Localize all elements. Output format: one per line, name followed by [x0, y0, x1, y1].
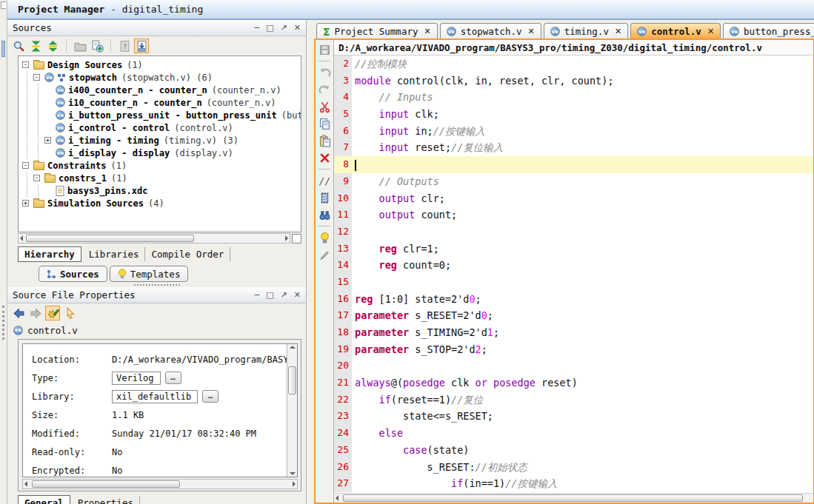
- code-text: reg clr=1;: [352, 241, 813, 258]
- open-file-icon[interactable]: [73, 38, 87, 53]
- tab-close-icon[interactable]: ✕: [615, 27, 621, 36]
- ellipsis-button[interactable]: …: [165, 372, 181, 384]
- tree-item[interactable]: vei10_counter_n - counter_n(counter_n.v): [19, 96, 301, 109]
- tab-properties[interactable]: Properties: [72, 496, 140, 504]
- ellipsis-button[interactable]: …: [202, 390, 218, 403]
- save-icon[interactable]: [317, 42, 332, 57]
- tab-templates[interactable]: Templates: [110, 266, 189, 282]
- edit-properties-icon[interactable]: [45, 306, 60, 320]
- tree-item[interactable]: vei_control - control(control.v): [19, 121, 301, 134]
- tab-general[interactable]: General: [18, 495, 70, 504]
- properties-toolbar: [7, 303, 306, 323]
- language-templates-icon[interactable]: [317, 230, 332, 245]
- delete-icon[interactable]: [317, 150, 332, 165]
- code-line: 9 // Outputs: [334, 173, 813, 190]
- tree-item-label: Design Sources: [47, 60, 122, 70]
- tree-expander-icon[interactable]: +: [44, 137, 56, 144]
- close-icon[interactable]: ✕: [294, 23, 301, 33]
- collapse-all-icon[interactable]: [28, 38, 43, 53]
- tree-expander-icon[interactable]: -: [33, 175, 44, 181]
- tab-sources[interactable]: Sources: [39, 266, 107, 282]
- tree-item[interactable]: -Design Sources(1): [19, 58, 301, 71]
- toggle-column-icon[interactable]: [317, 190, 332, 205]
- search-icon[interactable]: [11, 38, 26, 53]
- code-text: parameter s_STOP=2'd2;: [352, 341, 813, 358]
- tab-close-icon[interactable]: ✕: [707, 27, 714, 36]
- tree-item[interactable]: basys3_pins.xdc: [19, 184, 301, 197]
- scroll-to-source-icon[interactable]: [134, 38, 149, 53]
- tab-compile-order[interactable]: Compile Order: [145, 247, 230, 261]
- tree-expander-icon[interactable]: -: [22, 162, 33, 169]
- properties-vscrollbar[interactable]: [287, 344, 297, 477]
- toggle-comment-icon[interactable]: //: [317, 173, 332, 188]
- collapsed-flow-navigator-strip[interactable]: [0, 0, 7, 504]
- editor-tab-control-v[interactable]: vecontrol.v✕: [630, 23, 721, 39]
- editor-tab-stopwatch-v[interactable]: vestopwatch.v✕: [440, 23, 541, 39]
- tree-item-suffix: (display.v): [174, 148, 233, 158]
- panel-drag-grip[interactable]: [2, 306, 4, 340]
- close-icon[interactable]: ✕: [294, 290, 301, 300]
- code-text: module control(clk, in, reset, clr, coun…: [352, 73, 813, 90]
- float-icon[interactable]: ↗: [281, 23, 287, 33]
- tree-corner-button[interactable]: [292, 234, 301, 243]
- tree-item[interactable]: vei_button_press_unit - button_press_uni…: [19, 109, 301, 121]
- tree-item[interactable]: -Constraints(1): [19, 159, 301, 172]
- properties-panel-title: Source File Properties: [13, 289, 255, 300]
- minimize-icon[interactable]: ─: [255, 290, 260, 300]
- float-icon[interactable]: ↗: [281, 290, 287, 300]
- tab-hierarchy[interactable]: Hierarchy: [18, 246, 81, 262]
- editor-tab-label: button_press_unit.v: [744, 26, 814, 37]
- line-number: 6: [334, 123, 352, 140]
- help-file-icon[interactable]: ?: [117, 38, 132, 53]
- property-row: Location:D:/A_workarea/VIVADO_program/BA…: [32, 350, 287, 369]
- minimize-icon[interactable]: ─: [255, 23, 260, 33]
- editor-tab-project-summary[interactable]: ΣProject Summary✕: [316, 23, 438, 39]
- paste-icon[interactable]: [317, 133, 332, 148]
- code-area[interactable]: 2//控制模块3module control(clk, in, reset, c…: [334, 56, 813, 493]
- code-text: reg [1:0] state=2'd0;: [352, 291, 813, 308]
- property-row: Encrypted:No: [32, 461, 287, 477]
- tree-item[interactable]: -constrs_1(1): [19, 172, 301, 184]
- sources-tree[interactable]: -Design Sources(1)-vestopwatch(stopwatch…: [18, 56, 301, 232]
- copy-icon[interactable]: [317, 116, 332, 131]
- panel-splitter[interactable]: [7, 282, 306, 287]
- property-input[interactable]: Verilog: [112, 372, 161, 385]
- tree-item[interactable]: vei_display - display(display.v): [19, 147, 301, 159]
- line-number: 2: [334, 56, 352, 73]
- tab-libraries[interactable]: Libraries: [83, 247, 146, 261]
- tab-close-icon[interactable]: ✕: [527, 27, 534, 36]
- tree-item[interactable]: +vei_timing - timing(timing.v) (3): [19, 134, 301, 147]
- redo-icon[interactable]: [317, 82, 332, 97]
- undo-icon[interactable]: [317, 65, 332, 80]
- tree-item[interactable]: +Simulation Sources(4): [19, 197, 301, 209]
- tree-item[interactable]: -vestopwatch(stopwatch.v) (6): [19, 71, 301, 84]
- add-sources-icon[interactable]: [90, 38, 104, 53]
- properties-hscrollbar[interactable]: [22, 479, 298, 489]
- tree-expander-icon[interactable]: -: [33, 74, 44, 81]
- stamp-icon[interactable]: [317, 247, 332, 262]
- find-icon[interactable]: [317, 207, 332, 222]
- select-cursor-icon[interactable]: [62, 306, 77, 320]
- property-value: No: [112, 447, 122, 457]
- editor-hscrollbar[interactable]: [334, 493, 813, 503]
- property-input[interactable]: xil_defaultlib: [112, 390, 198, 403]
- maximize-icon[interactable]: □: [266, 23, 273, 33]
- back-icon[interactable]: [11, 306, 26, 320]
- svg-text://: //: [318, 175, 330, 186]
- collapsed-panel-tab[interactable]: [1, 1, 6, 9]
- maximize-icon[interactable]: □: [266, 290, 273, 300]
- editor-tab-timing-v[interactable]: vetiming.v✕: [544, 23, 628, 39]
- editor-tab-button_press_unit-v[interactable]: vebutton_press_unit.v✕: [723, 23, 814, 39]
- verilog-file-icon: ve: [56, 98, 65, 107]
- tree-expander-icon[interactable]: -: [22, 61, 33, 68]
- sources-tree-hscrollbar[interactable]: [18, 233, 290, 243]
- tab-close-icon[interactable]: ✕: [424, 27, 430, 36]
- forward-icon[interactable]: [28, 306, 43, 320]
- code-text: if(in==1)//按键输入: [352, 475, 813, 492]
- cut-icon[interactable]: [317, 99, 332, 114]
- tree-item[interactable]: vei400_counter_n - counter_n(counter_n.v…: [19, 84, 301, 96]
- code-line: 24 else: [334, 425, 813, 442]
- expand-all-icon[interactable]: [45, 38, 60, 53]
- code-line: 21always@(posedge clk or posedge reset): [334, 374, 813, 392]
- tree-expander-icon[interactable]: +: [22, 200, 33, 206]
